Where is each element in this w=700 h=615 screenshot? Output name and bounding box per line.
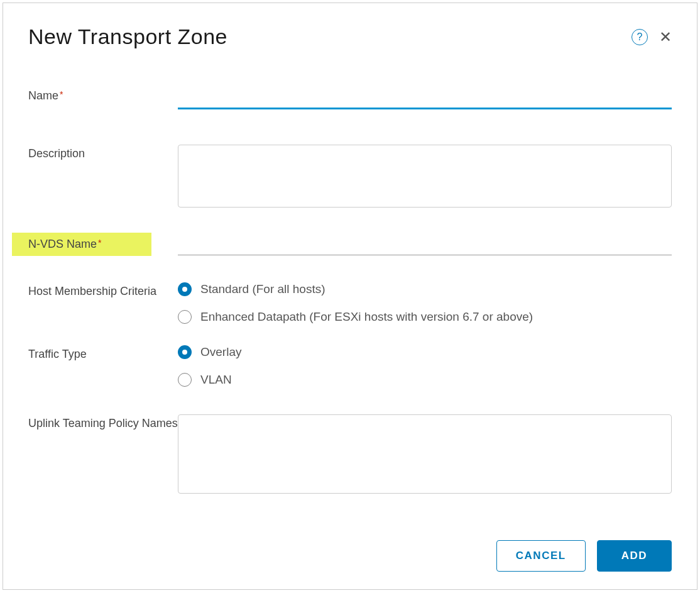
description-label: Description bbox=[28, 145, 178, 160]
nvds-name-input[interactable] bbox=[178, 234, 672, 255]
radio-label-overlay: Overlay bbox=[200, 345, 241, 359]
radio-selected-icon bbox=[178, 345, 192, 359]
form-row-host-membership: Host Membership Criteria Standard (For a… bbox=[28, 282, 672, 324]
host-membership-radio-group: Standard (For all hosts) Enhanced Datapa… bbox=[178, 282, 672, 324]
uplink-teaming-input[interactable] bbox=[178, 414, 672, 494]
required-asterisk: * bbox=[60, 89, 63, 99]
form-row-description: Description bbox=[28, 145, 672, 210]
help-icon[interactable]: ? bbox=[632, 29, 648, 45]
radio-option-vlan[interactable]: VLAN bbox=[178, 373, 672, 387]
traffic-type-radio-group: Overlay VLAN bbox=[178, 345, 672, 387]
description-input[interactable] bbox=[178, 145, 672, 208]
radio-option-overlay[interactable]: Overlay bbox=[178, 345, 672, 359]
radio-selected-icon bbox=[178, 282, 192, 296]
uplink-teaming-label: Uplink Teaming Policy Names bbox=[28, 414, 178, 430]
form-row-name: Name* bbox=[28, 87, 672, 109]
close-icon[interactable]: ✕ bbox=[659, 30, 672, 45]
required-asterisk: * bbox=[98, 238, 101, 248]
name-label: Name* bbox=[28, 87, 178, 102]
radio-unselected-icon bbox=[178, 310, 192, 324]
form-row-traffic-type: Traffic Type Overlay VLAN bbox=[28, 345, 672, 387]
host-membership-label: Host Membership Criteria bbox=[28, 282, 178, 298]
nvds-name-label: N-VDS Name* bbox=[12, 233, 151, 256]
dialog-footer: CANCEL ADD bbox=[28, 540, 672, 572]
radio-option-standard[interactable]: Standard (For all hosts) bbox=[178, 282, 672, 296]
traffic-type-label: Traffic Type bbox=[28, 345, 178, 361]
form-row-uplink-teaming: Uplink Teaming Policy Names bbox=[28, 414, 672, 496]
dialog-title: New Transport Zone bbox=[28, 25, 227, 49]
radio-option-enhanced[interactable]: Enhanced Datapath (For ESXi hosts with v… bbox=[178, 310, 672, 324]
form-row-nvds-name: N-VDS Name* bbox=[28, 233, 672, 256]
radio-label-standard: Standard (For all hosts) bbox=[200, 282, 325, 296]
name-input[interactable] bbox=[178, 87, 672, 109]
radio-label-enhanced: Enhanced Datapath (For ESXi hosts with v… bbox=[200, 310, 533, 324]
dialog-header: New Transport Zone ? ✕ bbox=[28, 25, 672, 49]
cancel-button[interactable]: CANCEL bbox=[496, 540, 586, 572]
header-icons: ? ✕ bbox=[632, 29, 672, 45]
new-transport-zone-dialog: New Transport Zone ? ✕ Name* Description… bbox=[3, 3, 697, 590]
radio-unselected-icon bbox=[178, 373, 192, 387]
radio-label-vlan: VLAN bbox=[200, 373, 232, 387]
add-button[interactable]: ADD bbox=[597, 540, 672, 572]
